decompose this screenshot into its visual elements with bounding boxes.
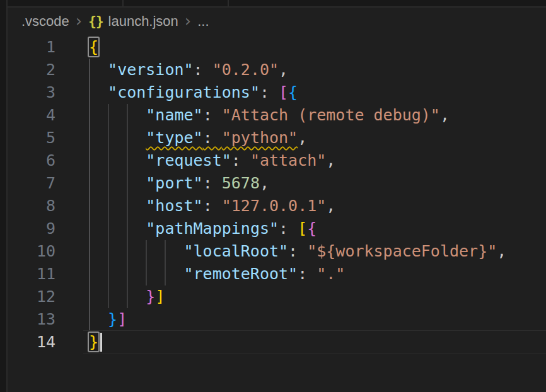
indent-guide <box>89 195 90 217</box>
code-token: "." <box>317 265 345 283</box>
line-number[interactable]: 5 <box>0 127 55 149</box>
code-line-content[interactable]: "pathMappings": [{ <box>89 217 546 240</box>
code-token: , <box>298 129 307 147</box>
code-token: : <box>260 83 279 101</box>
line-number[interactable]: 6 <box>0 149 55 172</box>
line-number[interactable]: 13 <box>0 308 55 331</box>
indent-guide <box>127 217 128 240</box>
tab-separator <box>228 0 229 6</box>
indent-guide <box>165 263 166 285</box>
indent-guide <box>108 127 109 149</box>
code-line-content[interactable]: "version": "0.2.0", <box>89 59 546 81</box>
indent-guide <box>89 240 90 263</box>
breadcrumb-symbol[interactable]: ... <box>197 13 209 30</box>
breadcrumb-folder[interactable]: .vscode <box>21 13 69 30</box>
code-line-content[interactable]: "name": "Attach (remote debug)", <box>89 104 546 127</box>
code-line-13[interactable]: 13 }] <box>0 308 546 331</box>
line-number[interactable]: 9 <box>0 217 55 240</box>
code-token: : <box>231 151 250 170</box>
line-number[interactable]: 14 <box>0 331 55 354</box>
indent-guide <box>89 308 90 331</box>
json-file-icon: {} <box>88 14 103 29</box>
code-token: "localRoot" <box>184 242 289 260</box>
code-line-content[interactable]: "type": "python", <box>89 127 546 149</box>
warning-squiggle-span: "type": "python" <box>146 129 298 147</box>
code-line-content[interactable]: "port": 5678, <box>89 172 546 195</box>
code-line-2[interactable]: 2 "version": "0.2.0", <box>0 59 546 81</box>
code-token: { <box>307 219 317 238</box>
code-line-11[interactable]: 11 "remoteRoot": "." <box>0 263 546 285</box>
code-line-14[interactable]: 14} <box>0 331 546 354</box>
code-line-4[interactable]: 4 "name": "Attach (remote debug)", <box>0 104 546 127</box>
code-token <box>89 219 146 238</box>
code-token: 5678 <box>222 174 260 192</box>
code-token: "remoteRoot" <box>184 265 298 283</box>
code-token: , <box>440 106 450 124</box>
code-line-7[interactable]: 7 "port": 5678, <box>0 172 546 195</box>
code-token <box>89 197 146 215</box>
code-line-10[interactable]: 10 "localRoot": "${workspaceFolder}", <box>0 240 546 263</box>
code-area: 1{2 "version": "0.2.0",3 "configurations… <box>0 36 546 354</box>
code-token <box>89 265 184 283</box>
code-token: : <box>203 174 222 192</box>
indent-guide <box>127 127 128 149</box>
code-line-6[interactable]: 6 "request": "attach", <box>0 149 546 172</box>
code-line-content[interactable]: } <box>89 331 546 354</box>
code-token: "python" <box>222 129 298 147</box>
chevron-right-icon: › <box>76 11 82 30</box>
code-line-3[interactable]: 3 "configurations": [{ <box>0 81 546 104</box>
code-line-8[interactable]: 8 "host": "127.0.0.1", <box>0 195 546 217</box>
indent-guide <box>108 104 109 127</box>
line-number[interactable]: 2 <box>0 59 55 81</box>
line-number[interactable]: 8 <box>0 195 55 217</box>
code-line-content[interactable]: "configurations": [{ <box>89 81 546 104</box>
indent-guide <box>89 172 90 195</box>
matched-bracket: { <box>89 38 98 56</box>
code-token: "request" <box>146 151 231 170</box>
code-token <box>89 242 184 260</box>
indent-guide <box>108 240 109 263</box>
code-token: "configurations" <box>108 83 260 101</box>
indent-guide <box>89 104 90 127</box>
code-token: : <box>203 197 222 215</box>
code-line-content[interactable]: }] <box>89 285 546 308</box>
breadcrumb-file[interactable]: launch.json <box>108 13 178 30</box>
code-token: , <box>260 174 269 192</box>
code-line-12[interactable]: 12 }] <box>0 285 546 308</box>
indent-guide <box>89 285 90 308</box>
indent-guide <box>108 263 109 285</box>
code-line-content[interactable]: "host": "127.0.0.1", <box>89 195 546 217</box>
indent-guide <box>108 217 109 240</box>
code-token <box>89 287 146 306</box>
code-line-content[interactable]: { <box>89 36 546 59</box>
code-line-content[interactable]: }] <box>89 308 546 331</box>
indent-guide <box>127 149 128 172</box>
code-token: "type" <box>146 129 202 147</box>
indent-guide <box>89 149 90 172</box>
line-number[interactable]: 11 <box>0 263 55 285</box>
code-token: "attach" <box>250 151 326 170</box>
indent-guide <box>108 285 109 308</box>
code-line-content[interactable]: "request": "attach", <box>89 149 546 172</box>
code-token: : <box>279 219 298 238</box>
indent-guide <box>89 263 90 285</box>
indent-guide <box>108 195 109 217</box>
code-line-content[interactable]: "remoteRoot": "." <box>89 263 546 285</box>
line-number[interactable]: 7 <box>0 172 55 195</box>
code-token <box>89 151 146 170</box>
indent-guide <box>89 81 90 104</box>
line-number[interactable]: 12 <box>0 285 55 308</box>
line-number[interactable]: 4 <box>0 104 55 127</box>
code-token: "Attach (remote debug)" <box>222 106 440 124</box>
code-line-1[interactable]: 1{ <box>0 36 546 59</box>
code-token: "host" <box>146 197 202 215</box>
code-token: } <box>108 310 117 328</box>
line-number[interactable]: 1 <box>0 36 55 59</box>
line-number[interactable]: 3 <box>0 81 55 104</box>
code-line-9[interactable]: 9 "pathMappings": [{ <box>0 217 546 240</box>
line-number[interactable]: 10 <box>0 240 55 263</box>
indent-guide <box>89 127 90 149</box>
code-line-5[interactable]: 5 "type": "python", <box>0 127 546 149</box>
code-line-content[interactable]: "localRoot": "${workspaceFolder}", <box>89 240 546 263</box>
chevron-right-icon: › <box>185 11 191 30</box>
